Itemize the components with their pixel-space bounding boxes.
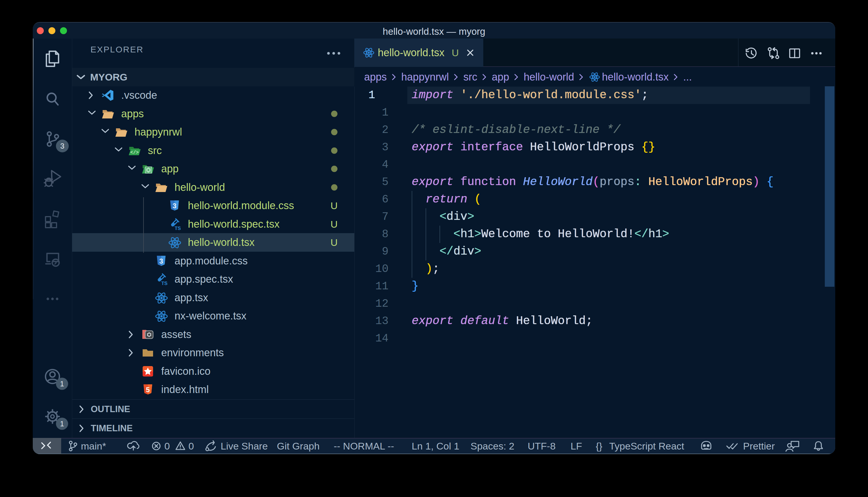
svg-text:3: 3 <box>159 257 163 265</box>
svg-text:3: 3 <box>173 202 176 210</box>
svg-text:</>: </> <box>130 150 139 155</box>
svg-text:TS: TS <box>161 281 168 286</box>
svg-text:TS: TS <box>175 226 181 231</box>
svg-text:5: 5 <box>146 386 150 394</box>
